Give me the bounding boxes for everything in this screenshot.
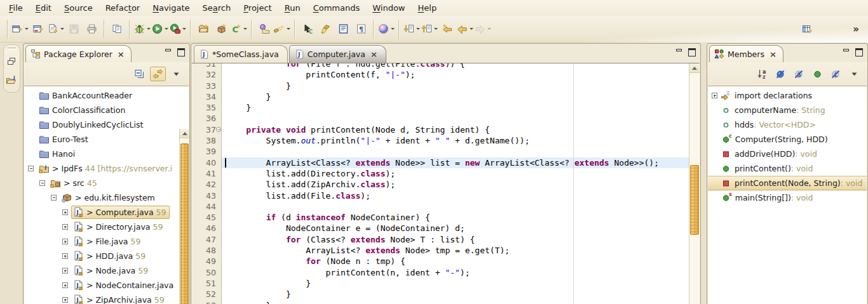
hide-local-types-button[interactable]: L [828, 67, 844, 81]
code-line-39[interactable]: 39 [192, 146, 689, 157]
code-line-42[interactable]: 42 list.add(ZipArchiv.class); [192, 179, 689, 190]
member-item-adddrive-hdd[interactable]: addDrive(HDD) : void [708, 147, 867, 161]
run-dropdown-arrow-icon[interactable] [165, 28, 168, 30]
editor-tab-computer-java[interactable]: JComputer.java× [289, 45, 386, 63]
menu-window[interactable]: Window [366, 1, 411, 15]
menu-commands[interactable]: Commands [307, 1, 367, 15]
member-item-computer-string-hdd[interactable]: cComputer(String, HDD) [708, 132, 867, 147]
back-dropdown-arrow-icon[interactable] [470, 28, 473, 30]
member-item-hdds[interactable]: hdds : Vector<HDD> [708, 117, 867, 132]
code-line-50[interactable]: 50 printContent(n, ident + "-"); [192, 267, 689, 278]
member-item-computername[interactable]: computerName : String [708, 103, 867, 117]
new-window-button[interactable] [30, 21, 46, 37]
code-line-48[interactable]: 48 ArrayList<? extends Node> tmp = e.get… [192, 245, 689, 256]
close-icon[interactable]: × [770, 50, 776, 58]
open-type-button[interactable] [256, 21, 273, 37]
code-line-52[interactable]: 52 } [192, 289, 689, 300]
back-button[interactable] [457, 21, 473, 37]
new-file-dropdown-arrow-icon[interactable] [60, 28, 64, 30]
expander-plus-icon[interactable] [62, 253, 68, 259]
toolbar-overflow-chevron[interactable]: » [853, 23, 859, 35]
expander-plus-icon[interactable] [62, 209, 68, 215]
code-line-53[interactable]: 53 } [192, 300, 689, 304]
link-with-editor-button[interactable] [150, 67, 166, 81]
tree-item-hanoi[interactable]: Hanoi [24, 147, 189, 161]
expander-plus-icon[interactable] [62, 297, 68, 303]
java-perspective-button[interactable]: J [5, 74, 18, 86]
code-line-36[interactable]: 36 [192, 113, 689, 124]
print-button[interactable] [83, 21, 100, 37]
last-edit-location-button[interactable] [439, 21, 456, 37]
tree-item-src[interactable]: > src 45 [24, 176, 189, 190]
tree-item-hdd-java[interactable]: J> HDD.java 59 [24, 249, 189, 263]
tree-item-directory-java[interactable]: J> Directory.java 59 [24, 220, 189, 234]
tree-item-colorclassification[interactable]: ColorClassification [24, 103, 189, 117]
close-icon[interactable]: × [370, 50, 377, 58]
expander-plus-icon[interactable] [62, 268, 68, 274]
scrollbar-thumb[interactable] [180, 143, 189, 304]
run-external-tools-dropdown-arrow-icon[interactable] [182, 28, 186, 30]
code-line-34[interactable]: 34 } [192, 91, 689, 102]
expander-minus-icon[interactable] [51, 195, 57, 201]
code-line-40[interactable]: 40 ArrayList<Class<? extends Node>> list… [192, 157, 689, 168]
java-search-dropdown-arrow-icon[interactable] [287, 28, 290, 30]
scroll-up-button[interactable] [180, 129, 189, 138]
tree-item-ziparchiv-java[interactable]: J> ZipArchiv.java 59 [24, 293, 189, 304]
menu-file[interactable]: File [3, 1, 29, 15]
tree-item-file-java[interactable]: J> File.java 59 [24, 234, 189, 249]
view-menu-button[interactable] [846, 67, 862, 81]
menu-search[interactable]: Search [196, 1, 238, 15]
new-wizard-button[interactable] [12, 21, 29, 37]
code-line-45[interactable]: 45 if (d instanceof NodeContainer) { [192, 212, 689, 223]
tree-item-doublylinkedcycliclist[interactable]: DoublyLinkedCyclicList [24, 117, 189, 132]
member-item-printcontent-node-string[interactable]: printContent(Node, String) : void [708, 176, 867, 190]
members-tab[interactable]: Members × [709, 45, 783, 62]
package-explorer-tab[interactable]: Package Explorer × [25, 45, 132, 62]
code-line-33[interactable]: 33 } [192, 81, 689, 91]
package-explorer-scrollbar[interactable] [179, 129, 189, 304]
new-java-package-button[interactable] [213, 21, 229, 37]
debug-dropdown-arrow-icon[interactable] [147, 28, 151, 30]
maximize-button[interactable] [688, 48, 696, 55]
expander-plus-icon[interactable] [62, 224, 68, 230]
editor-tab-someclass-java[interactable]: J*SomeClass.java [194, 45, 288, 63]
show-whitespace-button[interactable]: ¶ [353, 21, 369, 37]
tree-item-nodecontainer-java[interactable]: J> NodeContainer.java [24, 278, 189, 293]
scrollbar-thumb[interactable] [690, 165, 699, 235]
collapse-fold-icon[interactable] [216, 127, 221, 132]
code-line-43[interactable]: 43 list.add(File.class); [192, 190, 689, 201]
code-line-37[interactable]: 37 private void printContent(Node d, Str… [192, 124, 689, 135]
previous-annotation-dropdown-arrow-icon[interactable] [434, 28, 438, 30]
previous-annotation-button[interactable] [421, 21, 438, 37]
tree-item-node-java[interactable]: J> Node.java 59 [24, 263, 189, 278]
new-java-class-button[interactable]: C [231, 21, 247, 37]
tree-item-euro-test[interactable]: Euro-Test [24, 132, 189, 147]
trim-handle[interactable] [7, 48, 16, 50]
minimize-button[interactable] [842, 48, 850, 55]
debug-button[interactable] [134, 21, 151, 37]
minimize-button[interactable] [164, 48, 172, 55]
tree-item-ipdfs[interactable]: J> IpdFs 44 [https://svnserver.i [24, 161, 189, 176]
maximize-button[interactable] [177, 48, 185, 55]
run-button[interactable] [152, 21, 168, 37]
menu-refactor[interactable]: Refactor [99, 1, 147, 15]
mark-occurrences-button[interactable] [317, 21, 334, 37]
close-icon[interactable]: × [118, 50, 125, 58]
code-line-31[interactable]: 31 for (File f : hdd.get(File.class)) { [192, 63, 689, 69]
code-line-46[interactable]: 46 NodeContainer e = (NodeContainer) d; [192, 223, 689, 234]
new-java-project-button[interactable] [195, 21, 212, 37]
code-line-35[interactable]: 35 } [192, 102, 689, 113]
code-line-41[interactable]: 41 list.add(Directory.class); [192, 168, 689, 179]
view-menu-button[interactable] [168, 67, 184, 81]
show-public-members-button[interactable] [810, 67, 825, 81]
code-line-32[interactable]: 32 printContent(f, "|-"); [192, 69, 689, 80]
expander-plus-icon[interactable] [62, 239, 68, 244]
show-source-button[interactable] [335, 21, 351, 37]
new-table-button[interactable] [799, 21, 815, 37]
hide-static-members-button[interactable]: S [791, 67, 807, 81]
restore-views-button[interactable] [5, 55, 18, 68]
menu-project[interactable]: Project [237, 1, 278, 15]
new-java-class-dropdown-arrow-icon[interactable] [243, 28, 247, 30]
new-file-button[interactable] [48, 21, 64, 37]
editor-scrollbar[interactable] [689, 63, 700, 304]
